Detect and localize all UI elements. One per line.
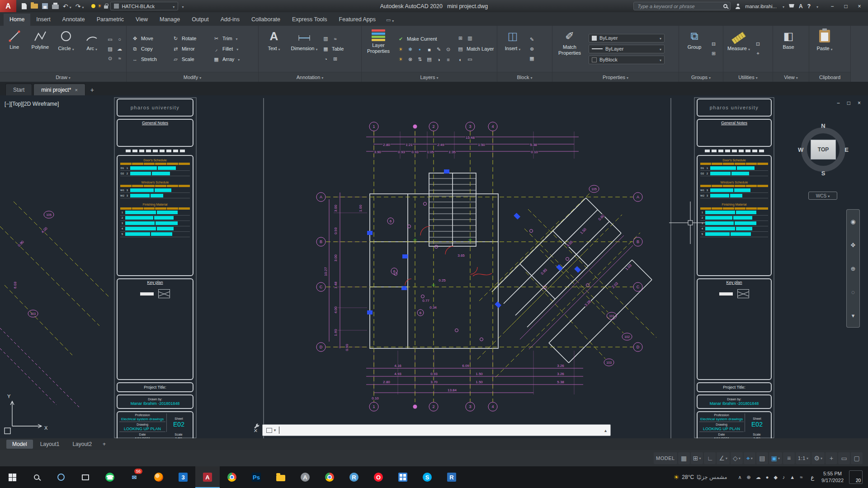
maximize-button[interactable]: □	[839, 0, 853, 12]
chevron-down-icon[interactable]	[71, 44, 74, 52]
quick-select-icon[interactable]: ⊡	[754, 40, 762, 48]
multileader-icon[interactable]: ≈	[331, 35, 339, 42]
panel-label-clipboard[interactable]: Clipboard	[809, 72, 850, 82]
status-workspace-switching[interactable]: ⚙▾	[811, 452, 825, 464]
layer-thaw-all-icon[interactable]: ☀	[397, 56, 405, 63]
command-input[interactable]: ▾ ▴	[262, 424, 611, 436]
taskbar-rstudio-icon[interactable]: R	[342, 466, 366, 488]
viewcube-north[interactable]: N	[821, 122, 825, 129]
layer-state-icon[interactable]: ▤	[425, 56, 433, 63]
tool-move[interactable]: ✥Move	[131, 34, 171, 43]
status-selection-cycling[interactable]: ▣▾	[769, 452, 782, 464]
command-history-icon[interactable]: ▴	[604, 428, 607, 433]
tray-expand-icon[interactable]: ∧	[738, 474, 741, 480]
ribbon-tab-add-ins[interactable]: Add-ins	[215, 14, 245, 26]
open-file-icon[interactable]	[31, 4, 38, 9]
tool-make-current[interactable]: ✔Make Current	[397, 34, 452, 43]
layer-dropdown[interactable]: HATCH-BLAck	[110, 2, 178, 10]
panel-label-properties[interactable]: Properties	[552, 72, 679, 82]
status-annotation-scale[interactable]: 1:1▾	[796, 452, 811, 464]
dim-style-icon[interactable]: ⊞	[331, 55, 339, 63]
tool-measure[interactable]: Measure	[726, 27, 751, 70]
layer-isolate-icon[interactable]: ●	[416, 46, 424, 53]
viewport-restore-icon[interactable]: □	[847, 100, 850, 106]
search-input[interactable]	[637, 3, 722, 9]
tool-match-properties[interactable]: ✐ Match Properties	[555, 27, 584, 70]
ungroup-icon[interactable]: ⊟	[710, 40, 717, 48]
status-lineweight-display[interactable]: ▤	[756, 452, 768, 464]
tool-stretch[interactable]: ↔Stretch	[131, 55, 171, 64]
spline-icon[interactable]: ≈	[116, 55, 123, 62]
layer-off-icon[interactable]: ⊙	[444, 46, 452, 53]
taskbar-clock[interactable]: 5:55 PM 9/17/2022	[818, 470, 847, 484]
viewcube[interactable]: N S W E TOP	[798, 125, 848, 174]
minimize-button[interactable]: −	[826, 0, 839, 12]
redo-button[interactable]: ↷	[75, 3, 84, 10]
taskbar-firefox-icon[interactable]	[146, 466, 171, 488]
taskbar-photoshop-icon[interactable]: Ps	[244, 466, 269, 488]
status-ortho-mode[interactable]: ∟	[704, 452, 716, 464]
tool-arc[interactable]: Arc	[80, 27, 104, 70]
viewport-close-icon[interactable]: ×	[858, 100, 861, 106]
ribbon-tab-collaborate[interactable]: Collaborate	[245, 14, 286, 26]
file-tab-start[interactable]: Start	[5, 84, 32, 95]
panel-label-modify[interactable]: Modify	[127, 72, 258, 82]
taskbar-opera-icon[interactable]: O	[366, 466, 391, 488]
tool-paste[interactable]: Paste	[812, 27, 837, 70]
text-style-icon[interactable]: ◔	[322, 55, 330, 63]
status-clean-screen[interactable]: ▢	[851, 452, 863, 464]
close-button[interactable]: ×	[853, 0, 866, 12]
tool-insert[interactable]: ◫ Insert	[500, 27, 525, 70]
leader-icon[interactable]: ▥	[322, 35, 330, 42]
layer-freeze-icon[interactable]: ❄	[406, 46, 414, 53]
steering-wheel-icon[interactable]: ◉	[850, 218, 855, 225]
wcs-dropdown[interactable]: WCS	[808, 192, 837, 200]
taskbar-start-icon[interactable]	[0, 466, 24, 488]
app-menu-button[interactable]: A	[0, 0, 16, 12]
viewcube-south[interactable]: S	[821, 170, 826, 177]
layer-lock-tool-icon[interactable]: ■	[425, 46, 433, 53]
help-icon[interactable]: ?	[807, 3, 811, 9]
search-icon[interactable]	[723, 4, 727, 8]
lineweight-dropdown[interactable]: ByBlock	[589, 56, 665, 64]
file-tab-document[interactable]: mini project* ×	[33, 84, 85, 95]
layer-previous-icon[interactable]: ⇅	[416, 56, 424, 63]
autodesk-app-store-icon[interactable]: A	[799, 3, 803, 9]
pan-icon[interactable]: ✥	[851, 242, 856, 249]
status-model-space-toggle[interactable]: MODEL	[654, 452, 677, 464]
viewport-minimize-icon[interactable]: −	[837, 100, 840, 106]
user-menu-chevron-icon[interactable]	[781, 3, 784, 9]
taskbar-app-gray-icon[interactable]: A	[293, 466, 317, 488]
tool-array[interactable]: ▦Array	[212, 55, 252, 64]
tool-mirror[interactable]: ⇄Mirror	[172, 44, 212, 53]
chevron-down-icon[interactable]	[830, 44, 833, 52]
taskbar-task-view-icon[interactable]	[73, 466, 98, 488]
tool-fillet[interactable]: ◞Fillet	[212, 44, 252, 53]
chevron-down-icon[interactable]	[277, 44, 280, 52]
layer-on-off-icon[interactable]: ☀	[397, 46, 405, 53]
taskbar-skype-icon[interactable]: S	[415, 466, 439, 488]
linetype-dropdown[interactable]: ByLayer	[589, 45, 665, 53]
layer-lock-fade-icon[interactable]: ◐	[457, 56, 464, 63]
tool-group[interactable]: ⧉ Group	[682, 27, 707, 70]
signed-in-user[interactable]: manar.ibrahi...	[745, 4, 777, 9]
panel-label-layers[interactable]: Layers	[362, 72, 497, 82]
ribbon-tab-output[interactable]: Output	[186, 14, 215, 26]
status-dynamic-input[interactable]: ≡	[783, 452, 795, 464]
tray-icon[interactable]: ▲	[790, 474, 795, 480]
status-polar-tracking[interactable]: ∠▾	[717, 452, 730, 464]
panel-label-groups[interactable]: Groups	[679, 72, 723, 82]
tray-icon[interactable]: ⊕	[747, 474, 751, 480]
status-snap-mode[interactable]: ⊞▾	[691, 452, 703, 464]
tab-layout1[interactable]: Layout1	[34, 440, 66, 449]
status-grid-display[interactable]: ▦	[678, 452, 690, 464]
point-icon[interactable]: ⊙	[106, 55, 114, 62]
tray-icon[interactable]: ☁	[756, 474, 761, 480]
layer-settings-icon[interactable]: ⊞	[457, 34, 464, 42]
layer-vp-icon[interactable]: ▭	[466, 56, 474, 63]
panel-label-view[interactable]: View	[773, 72, 809, 82]
ribbon-tab-view[interactable]: View	[130, 14, 154, 26]
command-options-icon[interactable]	[266, 428, 272, 433]
taskbar-cortana-icon[interactable]	[49, 466, 73, 488]
tool-base[interactable]: ◧ Base	[776, 27, 801, 70]
